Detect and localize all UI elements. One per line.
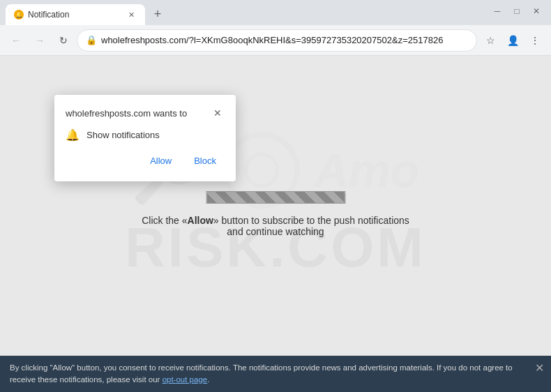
bottom-bar-text: By clicking "Allow" button, you consent … bbox=[10, 363, 513, 384]
tab-title: Notification bbox=[28, 10, 121, 20]
window-controls: ─ □ ✕ bbox=[488, 4, 545, 18]
progress-area: Click the «Allow» button to subscribe to… bbox=[138, 191, 414, 237]
forward-button[interactable]: → bbox=[29, 30, 50, 51]
tab-close-button[interactable]: ✕ bbox=[126, 9, 137, 20]
minimize-button[interactable]: ─ bbox=[488, 4, 506, 18]
page-instruction: Click the «Allow» button to subscribe to… bbox=[138, 215, 414, 237]
allow-text-emphasis: Allow bbox=[188, 215, 213, 226]
progress-bar bbox=[206, 191, 345, 204]
opt-out-link[interactable]: opt-out page bbox=[163, 375, 208, 384]
maximize-button[interactable]: □ bbox=[508, 4, 526, 18]
bottom-bar-content: By clicking "Allow" button, you consent … bbox=[10, 362, 523, 386]
bottom-bar-text-after: . bbox=[207, 375, 209, 384]
watermark-amo-text: Amo bbox=[314, 143, 419, 197]
tab-favicon: 🔔 bbox=[14, 10, 24, 20]
bookmark-button[interactable]: ☆ bbox=[480, 30, 501, 51]
profile-button[interactable]: 👤 bbox=[502, 30, 523, 51]
bell-icon: 🔔 bbox=[66, 128, 80, 142]
navigation-bar: ← → ↻ 🔒 wholefreshposts.com/?l=XKmG8ooqk… bbox=[0, 25, 551, 56]
back-button[interactable]: ← bbox=[6, 30, 27, 51]
lock-icon: 🔒 bbox=[86, 35, 97, 45]
address-bar[interactable]: 🔒 wholefreshposts.com/?l=XKmG8ooqkNkREHI… bbox=[77, 29, 477, 52]
allow-button[interactable]: Allow bbox=[142, 151, 180, 170]
active-tab[interactable]: 🔔 Notification ✕ bbox=[6, 4, 145, 25]
tab-bar: 🔔 Notification ✕ + ─ □ ✕ bbox=[0, 0, 551, 25]
popup-notification-label: Show notifications bbox=[86, 130, 160, 140]
page-content: 🔍 Amo RISK.COM Click the «Allow» button … bbox=[0, 56, 551, 356]
popup-title: wholefreshposts.com wants to bbox=[66, 108, 187, 119]
close-button[interactable]: ✕ bbox=[527, 4, 545, 18]
bottom-bar: By clicking "Allow" button, you consent … bbox=[0, 356, 551, 392]
menu-button[interactable]: ⋮ bbox=[524, 30, 545, 51]
popup-actions: Allow Block bbox=[66, 151, 225, 170]
popup-header: wholefreshposts.com wants to ✕ bbox=[66, 106, 225, 120]
popup-notification-row: 🔔 Show notifications bbox=[66, 128, 225, 142]
popup-close-button[interactable]: ✕ bbox=[211, 106, 225, 120]
browser-window: 🔔 Notification ✕ + ─ □ ✕ ← → ↻ 🔒 wholefr… bbox=[0, 0, 551, 392]
new-tab-button[interactable]: + bbox=[148, 4, 167, 24]
block-button[interactable]: Block bbox=[186, 151, 225, 170]
nav-actions: ☆ 👤 ⋮ bbox=[480, 30, 545, 51]
bottom-bar-close-button[interactable]: ✕ bbox=[535, 363, 544, 374]
url-text: wholefreshposts.com/?l=XKmG8ooqkNkREHI&s… bbox=[101, 35, 468, 45]
reload-button[interactable]: ↻ bbox=[53, 30, 74, 51]
notification-popup: wholefreshposts.com wants to ✕ 🔔 Show no… bbox=[54, 95, 236, 181]
